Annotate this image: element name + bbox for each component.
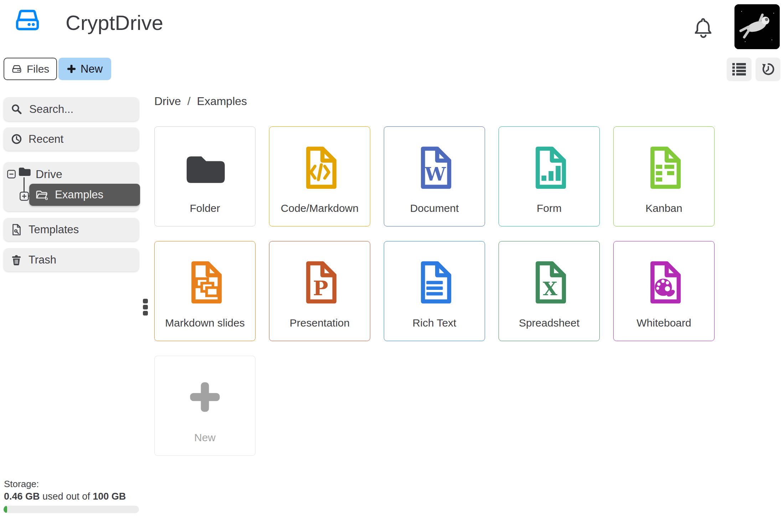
list-view-button[interactable] (727, 58, 751, 80)
grid-card-label: Rich Text (384, 317, 485, 329)
history-button[interactable] (756, 58, 780, 80)
trash-icon (9, 254, 24, 266)
cryptdrive-logo-icon (13, 7, 42, 35)
bell-icon[interactable] (692, 16, 714, 40)
sidebar-item-label: Examples (55, 188, 103, 201)
history-icon (761, 62, 775, 77)
breadcrumb-separator: / (187, 95, 191, 108)
search-icon (9, 104, 24, 115)
sidebar-item-templates[interactable]: Templates (4, 218, 139, 241)
sidebar-item-label: Trash (29, 254, 56, 266)
hdd-icon (11, 64, 22, 74)
list-view-icon (732, 63, 746, 75)
template-file-icon (9, 224, 24, 236)
grid-card-spreadsheet[interactable]: X Spreadsheet (499, 241, 600, 341)
grid-card-presentation[interactable]: P Presentation (269, 241, 370, 341)
folder-open-icon (35, 189, 50, 201)
file-grid: Folder Code/Markdown W Document Form Kan… (154, 126, 715, 456)
storage-usage-text: 0.46 GB used out of 100 GB (4, 491, 126, 502)
breadcrumb-root[interactable]: Drive (154, 95, 181, 108)
grid-card-label: New (155, 432, 255, 444)
sidebar-item-label: Templates (29, 223, 79, 236)
plus-icon (155, 371, 255, 423)
svg-text:W: W (424, 163, 446, 185)
grid-card-label: Document (384, 202, 485, 214)
file-spreadsheet-icon: X (499, 256, 599, 308)
storage-progress-bar (4, 506, 139, 513)
storage-progress-fill (4, 506, 7, 513)
sidebar-resize-handle[interactable] (143, 299, 148, 315)
grid-card-new[interactable]: New (154, 356, 256, 456)
grid-card-label: Markdown slides (155, 317, 255, 329)
expand-plus-icon[interactable] (20, 192, 29, 201)
breadcrumb: Drive / Examples (154, 95, 247, 108)
sidebar-item-drive[interactable]: Drive (36, 168, 62, 181)
svg-text:P: P (313, 276, 328, 300)
astronaut-avatar-image (734, 4, 780, 49)
file-kanban-icon (614, 142, 714, 194)
grid-card-label: Whiteboard (614, 317, 714, 329)
storage-infix: used out of (42, 491, 90, 502)
drive-tree: Drive Examples (4, 162, 139, 211)
grid-card-label: Code/Markdown (269, 202, 370, 214)
grid-card-kanban[interactable]: Kanban (613, 126, 715, 226)
grid-card-rich-text[interactable]: Rich Text (384, 241, 485, 341)
grid-card-whiteboard[interactable]: Whiteboard (613, 241, 715, 341)
file-whiteboard-icon (614, 256, 714, 308)
folder-icon (155, 142, 255, 194)
plus-icon (67, 64, 76, 73)
grid-card-label: Form (499, 202, 599, 214)
file-code-icon (269, 142, 370, 194)
avatar[interactable] (734, 4, 780, 49)
cryptdrive-page: CryptDrive Files New (0, 0, 784, 532)
collapse-minus-icon[interactable] (7, 170, 16, 178)
grid-card-label: Kanban (614, 202, 714, 214)
sidebar-item-recent[interactable]: Recent (4, 127, 139, 151)
folder-closed-icon (18, 166, 31, 177)
grid-card-label: Folder (155, 202, 255, 214)
file-richtext-icon (384, 256, 485, 308)
grid-card-form[interactable]: Form (499, 126, 600, 226)
sidebar-item-trash[interactable]: Trash (4, 248, 139, 271)
search-input[interactable] (29, 103, 130, 116)
storage-label: Storage: (4, 479, 39, 490)
grid-card-markdown-slides[interactable]: Markdown slides (154, 241, 256, 341)
grid-card-document[interactable]: W Document (384, 126, 485, 226)
clock-icon (9, 134, 24, 145)
breadcrumb-current[interactable]: Examples (197, 95, 247, 108)
grid-card-folder[interactable]: Folder (154, 126, 256, 226)
file-slides-icon (155, 256, 255, 308)
sidebar-item-examples[interactable]: Examples (29, 184, 140, 206)
sidebar-item-label: Recent (29, 133, 63, 146)
grid-card-label: Spreadsheet (499, 317, 599, 329)
new-button[interactable]: New (58, 58, 111, 80)
page-title: CryptDrive (66, 11, 163, 35)
file-form-icon (499, 142, 599, 194)
file-word-icon: W (384, 142, 485, 194)
grid-card-label: Presentation (269, 317, 370, 329)
search-box[interactable] (4, 97, 139, 121)
storage-used-value: 0.46 GB (4, 491, 40, 502)
grid-card-code-markdown[interactable]: Code/Markdown (269, 126, 370, 226)
file-presentation-icon: P (269, 256, 370, 308)
files-button-label: Files (27, 63, 49, 75)
files-button[interactable]: Files (4, 58, 57, 80)
svg-text:X: X (543, 278, 557, 299)
tree-connector-vertical (24, 177, 25, 193)
new-button-label: New (81, 63, 103, 75)
storage-total-value: 100 GB (93, 491, 126, 502)
